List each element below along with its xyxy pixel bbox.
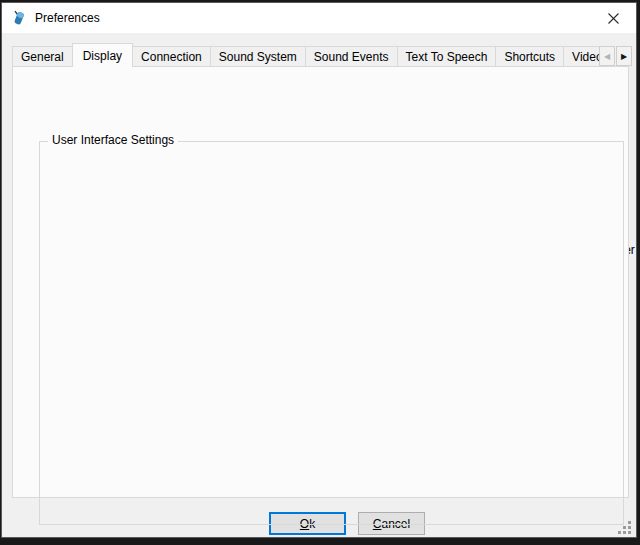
tab-scroll-left-icon: ◀ bbox=[599, 46, 615, 66]
tab-bar: General Display Connection Sound System … bbox=[12, 43, 602, 67]
tab-shortcuts[interactable]: Shortcuts bbox=[495, 46, 564, 67]
tab-display[interactable]: Display bbox=[72, 43, 133, 67]
user-interface-settings-group: User Interface Settings bbox=[39, 141, 624, 525]
close-button[interactable] bbox=[591, 3, 636, 33]
tab-general[interactable]: General bbox=[12, 46, 73, 67]
tab-video[interactable]: Video bbox=[563, 46, 602, 67]
tab-text-to-speech[interactable]: Text To Speech bbox=[397, 46, 497, 67]
tab-scroll-right-icon[interactable]: ▶ bbox=[616, 46, 632, 66]
title-bar: Preferences bbox=[2, 3, 636, 33]
close-icon bbox=[608, 13, 619, 24]
tab-sound-system[interactable]: Sound System bbox=[210, 46, 306, 67]
app-icon bbox=[11, 10, 27, 26]
group-title: User Interface Settings bbox=[48, 133, 178, 147]
tab-connection[interactable]: Connection bbox=[132, 46, 211, 67]
display-tab-page: User Interface Settings bbox=[12, 66, 629, 498]
preferences-dialog: Preferences General Display Connection S… bbox=[1, 2, 637, 538]
window-title: Preferences bbox=[35, 11, 100, 25]
resize-grip-icon[interactable] bbox=[628, 521, 631, 524]
tab-sound-events[interactable]: Sound Events bbox=[305, 46, 398, 67]
